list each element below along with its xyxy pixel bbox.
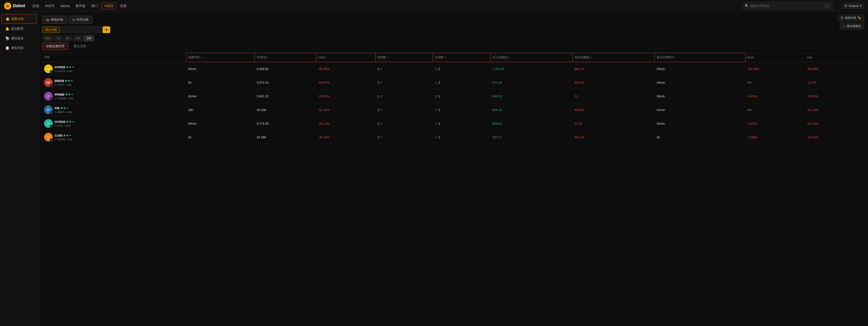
time-filter: 30m 1h 6h 12h 24h: [42, 35, 864, 41]
nav: 自选 AI信号 Meme 新开盘 热门 AI监控 交易: [30, 3, 129, 9]
table-row[interactable]: H 1 HYPER ✏ ⊙ jcGm3...ump 34mi: [42, 62, 864, 76]
created-time: 19h: [186, 103, 254, 117]
chain-selector[interactable]: ☰ Solana ▾: [842, 3, 864, 9]
table-row[interactable]: C 6 COIN ✏ ⊙ 6Qm9r...ump 2h: [42, 130, 864, 144]
link-icon[interactable]: ✏: [71, 80, 73, 82]
market-cap: 3,841.22: [254, 89, 316, 103]
coin-address: ⊙ 6Qm9r...ump: [55, 138, 72, 141]
show-watched-btn[interactable]: ⤢ 显示观察的: [840, 23, 864, 30]
search-shortcut: ⌘K: [824, 4, 830, 8]
change-1h: -93.12%: [805, 117, 864, 130]
th-sell[interactable]: 卖出金额($) ↕: [572, 53, 655, 62]
wallet-group-btn[interactable]: 💼 钱包分组: [42, 16, 67, 24]
wallet-count: 1 ⊙: [375, 130, 433, 144]
rank-badge: 2: [50, 84, 53, 87]
coin-cell: C 6 COIN ✏ ⊙ 6Qm9r...ump: [44, 133, 184, 142]
coin-address: ⊙ jcGm3...ump: [55, 69, 74, 72]
created-time: 49min: [186, 117, 254, 130]
change-24h: -70.18%: [316, 130, 375, 144]
coin-group-btn[interactable]: ⊙ 代币分组: [69, 16, 92, 24]
change-1h: -90.46%: [805, 62, 864, 76]
tx-ratio: 1 / 1: [433, 89, 491, 103]
coin-cell: P 3 PRIME ✏ ⊙ GNwb8...ump: [44, 92, 184, 100]
nav-item-new-listing[interactable]: 新开盘: [73, 3, 88, 9]
blue-badge: [68, 80, 70, 82]
th-market-cap[interactable]: 市值($) ↕: [254, 53, 316, 62]
th-buy[interactable]: 买入金额($) ↕: [491, 53, 573, 62]
coin-address: ⊙ GNwb8...ump: [55, 97, 73, 100]
created-time: 41min: [186, 89, 254, 103]
logo[interactable]: D Debot: [4, 2, 25, 10]
sidebar-item-watch-group[interactable]: ⭐ 观察分组: [1, 14, 37, 24]
buy-amount: 668.26: [491, 103, 573, 117]
rank-badge: 3: [50, 97, 53, 101]
coin-address: ⊙ CfczV...ump: [55, 83, 73, 86]
time-btn-24h[interactable]: 24h: [84, 35, 94, 41]
table-row[interactable]: H 5 HYPER ✏ ⊙ iioYp...ump 49mi: [42, 117, 864, 130]
change-24h: -51.16%: [316, 103, 375, 117]
coin-cell: H 5 HYPER ✏ ⊙ iioYp...ump: [44, 119, 184, 128]
blue-badge: [63, 107, 65, 109]
sell-amount: 391.52: [572, 130, 655, 144]
select-group-btn[interactable]: ☰ 选择分组 ✏️: [838, 14, 864, 21]
green-badge: [66, 121, 68, 123]
sub-tab-recent-trade[interactable]: 最近交易: [70, 43, 90, 50]
th-1h[interactable]: 1h%: [805, 53, 864, 62]
link-icon[interactable]: ✏: [69, 134, 71, 137]
wallet-count: 1 ⊙: [375, 76, 433, 89]
list-icon: ☰: [841, 16, 843, 20]
link-icon[interactable]: ✏: [66, 107, 68, 110]
th-coin[interactable]: 币种: [42, 53, 186, 62]
th-5m[interactable]: 5m%: [745, 53, 805, 62]
add-group-btn[interactable]: +: [102, 26, 110, 33]
table-row[interactable]: PI 4 PIE ✏ ⊙ 4jbMS...ump 19h: [42, 103, 864, 117]
change-24h: -90.46%: [316, 62, 375, 76]
time-btn-1h[interactable]: 1h: [54, 35, 62, 41]
th-wallets[interactable]: 钱包数 ↕: [375, 53, 433, 62]
nav-item-ai-monitor[interactable]: AI监控: [101, 3, 117, 9]
broadcast-icon: 📡: [5, 36, 9, 40]
edit-icon: ✏️: [858, 16, 861, 20]
wallet-count: 1 ⊙: [375, 89, 433, 103]
sidebar-item-notify-messages[interactable]: 📋 通知消息: [1, 43, 37, 53]
coin-name: PIE ✏: [55, 107, 72, 110]
search-bar[interactable]: 🔍 ⌘K: [742, 2, 833, 10]
wallet-icon: 💼: [46, 18, 50, 22]
sidebar-item-notify-channel[interactable]: 📡 通知渠道: [1, 34, 37, 43]
coin-address: ⊙ 4jbMS...ump: [55, 111, 72, 113]
table-row[interactable]: RE 2 BREW ✏ ⊙ CfczV...ump 2h: [42, 76, 864, 89]
svg-text:D: D: [6, 4, 9, 8]
link-icon[interactable]: ✏: [71, 93, 73, 96]
sub-tab-group-trade[interactable]: 分组交易代币: [42, 43, 68, 50]
change-1h: -16.01%: [805, 130, 864, 144]
change-1h: -93.21%: [805, 89, 864, 103]
nav-item-meme[interactable]: Meme: [58, 3, 72, 9]
blue-badge: [69, 121, 71, 123]
time-btn-6h[interactable]: 6h: [63, 35, 72, 41]
table-row[interactable]: P 3 PRIME ✏ ⊙ GNwb8...ump 41mi: [42, 89, 864, 103]
tx-ratio: 1 / 1: [433, 103, 491, 117]
nav-item-trade[interactable]: 交易: [117, 3, 129, 9]
change-5m: -25.22%: [745, 62, 805, 76]
th-created[interactable]: 创建时间 ↕: [186, 53, 254, 62]
nav-item-hot[interactable]: 热门: [89, 3, 100, 9]
nav-item-zixuan[interactable]: 自选: [30, 3, 41, 9]
change-5m: -3.13%: [745, 117, 805, 130]
link-icon[interactable]: ✏: [72, 121, 74, 123]
wallet-count: 1 ⊙: [375, 117, 433, 130]
sidebar-item-monitor-config[interactable]: 🔔 监控配置: [1, 24, 37, 33]
green-badge: [65, 80, 67, 82]
th-tx[interactable]: 交易数 ↕: [433, 53, 491, 62]
search-input[interactable]: [750, 4, 823, 8]
default-group-tab[interactable]: 默认分组: [42, 27, 60, 33]
time-btn-12h[interactable]: 12h: [73, 35, 83, 41]
th-last-tx[interactable]: 最后交易时间 ↓: [655, 53, 745, 62]
blue-badge: [68, 93, 70, 95]
last-tx-time: 29min: [655, 62, 745, 76]
th-24h[interactable]: 24h%: [316, 53, 375, 62]
link-icon[interactable]: ✏: [72, 66, 74, 68]
time-btn-30m[interactable]: 30m: [42, 35, 53, 41]
blue-badge: [66, 135, 68, 137]
last-tx-time: 45min: [655, 117, 745, 130]
nav-item-ai-signal[interactable]: AI信号: [42, 3, 57, 9]
